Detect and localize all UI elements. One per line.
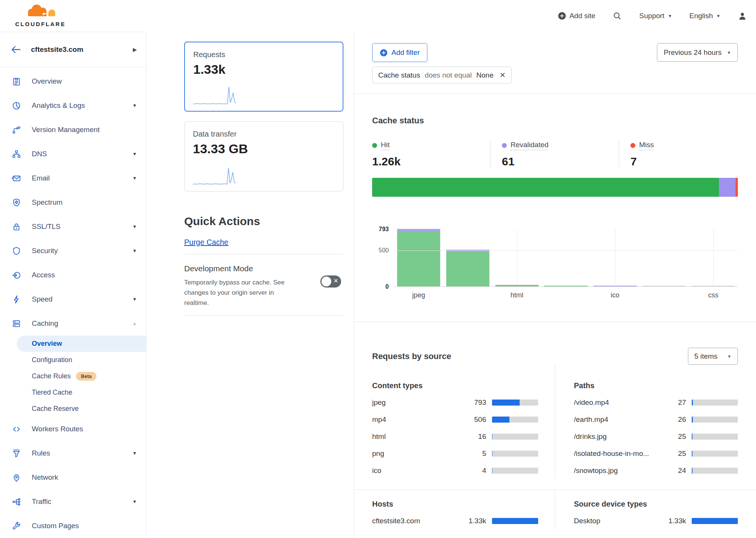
- sidebar-item-security[interactable]: Security▼: [0, 239, 146, 263]
- sidebar-item-label: Access: [32, 271, 55, 279]
- source-row-value: 506: [462, 415, 486, 424]
- chevron-down-icon: ▼: [132, 224, 137, 229]
- account-menu[interactable]: [738, 11, 747, 20]
- time-range-dropdown[interactable]: Previous 24 hours ▼: [657, 43, 738, 62]
- development-mode-description: Temporarily bypass our cache. See change…: [184, 277, 287, 308]
- support-menu[interactable]: Support ▼: [639, 12, 672, 20]
- sidebar-item-analytics-logs[interactable]: Analytics & Logs▼: [0, 93, 146, 118]
- sidebar-subitem-tiered-cache[interactable]: Tiered Cache: [17, 384, 146, 401]
- bar-jpeg[interactable]: [397, 229, 440, 286]
- email-icon: [12, 174, 21, 183]
- sidebar-subitem-overview[interactable]: Overview: [17, 336, 146, 352]
- sidebar-subitem-configuration[interactable]: Configuration: [17, 352, 146, 368]
- sidebar-item-ssl-tls[interactable]: SSL/TLS▼: [0, 215, 146, 239]
- sidebar-item-custom-pages[interactable]: Custom Pages: [0, 514, 146, 538]
- cache-status-section: Cache status Hit 1.26k Revalidated 61 Mi…: [372, 94, 738, 322]
- requests-metric-card[interactable]: Requests 1.33k: [184, 42, 343, 112]
- filter-chip-value: None: [477, 71, 494, 79]
- sidebar-item-email[interactable]: Email▼: [0, 166, 146, 190]
- sidebar-item-caching[interactable]: Caching▲: [0, 311, 146, 336]
- data-transfer-sparkline: [193, 166, 236, 186]
- bar-ico[interactable]: [593, 286, 636, 286]
- x-tick-label: html: [492, 291, 542, 299]
- bar-png[interactable]: [544, 286, 587, 286]
- site-name: cftestsite3.com: [31, 45, 83, 54]
- cache-status-title: Cache status: [372, 116, 738, 126]
- x-tick-label: [542, 291, 591, 299]
- back-arrow-icon[interactable]: [11, 45, 21, 54]
- sidebar-item-speed[interactable]: Speed▼: [0, 287, 146, 311]
- sidebar-subitem-label: Cache Rules: [32, 372, 71, 380]
- source-row[interactable]: /video.mp4 27: [574, 394, 738, 411]
- source-row[interactable]: jpeg 793: [372, 394, 538, 411]
- bar-segment-hit: [495, 286, 539, 286]
- lock-icon: [12, 222, 21, 232]
- chevron-up-icon: ▲: [132, 321, 137, 326]
- chevron-down-icon: ▼: [132, 176, 137, 181]
- filter-chip[interactable]: Cache status does not equal None ✕: [372, 67, 512, 84]
- legend-label: Revalidated: [511, 141, 548, 150]
- legend-dot-icon: [630, 143, 635, 148]
- y-tick-label: 500: [379, 247, 389, 254]
- sidebar-subitem-cache-rules[interactable]: Cache RulesBeta: [17, 368, 146, 384]
- chevron-down-icon: ▼: [132, 151, 137, 157]
- wrench-icon: [12, 521, 21, 531]
- remove-filter-icon[interactable]: ✕: [500, 71, 506, 79]
- source-row[interactable]: /drinks.jpg 25: [574, 428, 738, 445]
- sidebar-item-label: Speed: [32, 295, 53, 303]
- development-mode-title: Development Mode: [184, 264, 343, 273]
- sidebar-item-access[interactable]: Access: [0, 263, 146, 287]
- source-row[interactable]: png 5: [372, 445, 538, 462]
- bar-unlabeled[interactable]: [643, 286, 686, 286]
- add-site-button[interactable]: Add site: [558, 12, 596, 20]
- bar-html[interactable]: [495, 285, 539, 286]
- source-row[interactable]: /isolated-house-in-mo... 25: [574, 445, 738, 462]
- sidebar-item-rules[interactable]: Rules▼: [0, 441, 146, 465]
- legend-item-revalidated: Revalidated 61: [490, 140, 619, 168]
- sidebar-item-dns[interactable]: DNS▼: [0, 142, 146, 166]
- source-row[interactable]: Desktop 1.33k: [574, 512, 738, 529]
- sidebar-item-traffic[interactable]: Traffic▼: [0, 490, 146, 514]
- data-transfer-metric-card[interactable]: Data transfer 13.33 GB: [184, 121, 343, 191]
- search-button[interactable]: [613, 11, 622, 20]
- cloudflare-logo[interactable]: CLOUDFLARE: [8, 3, 73, 27]
- source-row[interactable]: html 16: [372, 428, 538, 445]
- sidebar: cftestsite3.com ▶ Overview Analytics & L…: [0, 32, 146, 538]
- chart-column-unlabeled: [640, 229, 689, 286]
- sidebar-item-overview[interactable]: Overview: [0, 69, 146, 93]
- shield-icon: [12, 246, 21, 256]
- development-mode-toggle[interactable]: ✕: [320, 275, 341, 288]
- chevron-right-icon[interactable]: ▶: [133, 47, 137, 53]
- code-icon: [12, 424, 21, 434]
- source-row[interactable]: /earth.mp4 26: [574, 411, 738, 428]
- items-count-dropdown[interactable]: 5 items ▼: [688, 348, 738, 365]
- sidebar-item-spectrum[interactable]: Spectrum: [0, 190, 146, 215]
- legend-label: Hit: [381, 141, 390, 150]
- x-tick-label: [443, 291, 492, 299]
- quick-actions-title: Quick Actions: [184, 215, 343, 228]
- language-menu[interactable]: English ▼: [689, 12, 720, 20]
- sidebar-item-version-management[interactable]: Version Management: [0, 118, 146, 142]
- source-row[interactable]: cftestsite3.com 1.33k: [372, 512, 538, 529]
- source-row-value: 1.33k: [462, 517, 486, 525]
- v-gridline: [517, 229, 517, 287]
- bar-segment-revalidated: [593, 286, 636, 286]
- sidebar-subitem-cache-reserve[interactable]: Cache Reserve: [17, 401, 146, 417]
- source-row-meter: [692, 451, 738, 457]
- bar-css[interactable]: [692, 286, 735, 286]
- site-selector[interactable]: cftestsite3.com ▶: [0, 32, 146, 67]
- toggle-knob: [321, 277, 331, 286]
- requests-sparkline: [193, 86, 236, 106]
- chart-columns: [394, 229, 738, 286]
- source-row[interactable]: /snowtops.jpg 24: [574, 462, 738, 479]
- cloudflare-logo-text: CLOUDFLARE: [8, 21, 73, 27]
- sidebar-item-network[interactable]: Network: [0, 465, 146, 490]
- bar-mp4[interactable]: [446, 250, 489, 286]
- add-filter-button[interactable]: Add filter: [372, 43, 427, 62]
- bar-segment-hit: [544, 286, 587, 286]
- chart-column-html: [492, 229, 542, 286]
- source-row[interactable]: mp4 506: [372, 411, 538, 428]
- source-row[interactable]: ico 4: [372, 462, 538, 479]
- purge-cache-link[interactable]: Purge Cache: [184, 238, 228, 247]
- sidebar-item-workers-routes[interactable]: Workers Routes: [0, 417, 146, 441]
